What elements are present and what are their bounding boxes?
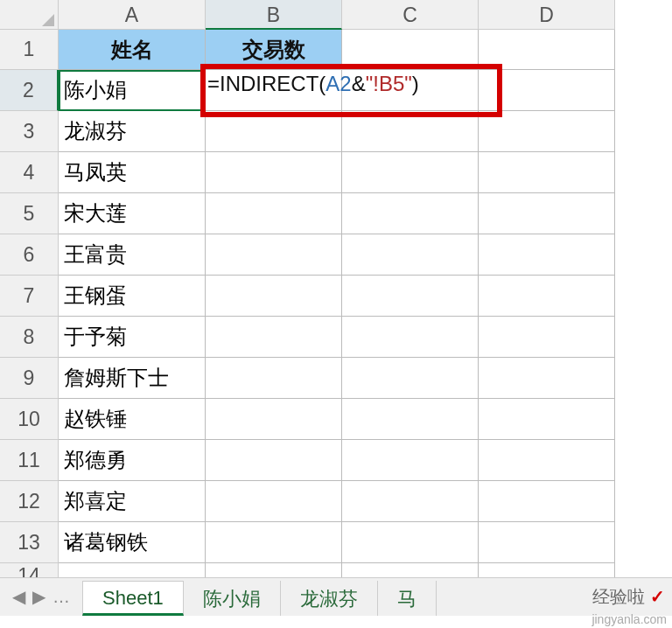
header-cell-count[interactable]: 交易数 [206,30,342,70]
col-header-C[interactable]: C [342,0,479,30]
cell-D10[interactable] [479,399,615,440]
row-header-8[interactable]: 8 [0,317,59,358]
cell-A8[interactable]: 于予菊 [59,317,206,358]
sheet-tab-bar: ◀ ▶ … Sheet1 陈小娟 龙淑芬 马 [0,577,672,616]
tab-nav-prev-icon[interactable]: ◀ [12,586,25,607]
row-header-11[interactable]: 11 [0,440,59,481]
tab-nav-more-icon[interactable]: … [52,587,70,607]
row-header-6[interactable]: 6 [0,234,59,276]
cell-A5[interactable]: 宋大莲 [59,193,206,234]
cell-D6[interactable] [479,234,615,276]
watermark-site: jingyanla.com [592,612,667,626]
header-cell-name[interactable]: 姓名 [59,30,206,70]
formula-close: ) [412,72,419,95]
row-header-2[interactable]: 2 [0,70,59,111]
cell-D4[interactable] [479,152,615,193]
cell-D9[interactable] [479,358,615,399]
row-header-3[interactable]: 3 [0,111,59,152]
cell-C1[interactable] [342,30,479,70]
cell-D11[interactable] [479,440,615,481]
row-header-9[interactable]: 9 [0,358,59,399]
cell-B13[interactable] [206,522,342,563]
cell-D8[interactable] [479,317,615,358]
cell-D1[interactable] [479,30,615,70]
formula-eq: = [207,72,220,95]
cell-A4[interactable]: 马凤英 [59,152,206,193]
cell-B9[interactable] [206,358,342,399]
cell-C7[interactable] [342,276,479,317]
row-header-5[interactable]: 5 [0,193,59,234]
row-header-10[interactable]: 10 [0,399,59,440]
cell-C12[interactable] [342,481,479,522]
row-headers: 1 2 3 4 5 6 7 8 9 10 11 12 13 14 [0,30,59,590]
col-header-B[interactable]: B [206,0,342,30]
cell-D5[interactable] [479,193,615,234]
cell-B10[interactable] [206,399,342,440]
cell-A6[interactable]: 王富贵 [59,234,206,276]
cell-C3[interactable] [342,111,479,152]
tabs-container: Sheet1 陈小娟 龙淑芬 马 [82,577,437,616]
col-header-A[interactable]: A [59,0,206,30]
cell-C11[interactable] [342,440,479,481]
tab-name-2[interactable]: 龙淑芬 [281,581,378,616]
tab-nav-next-icon[interactable]: ▶ [32,586,46,607]
tab-sheet1[interactable]: Sheet1 [82,581,184,616]
cell-B6[interactable] [206,234,342,276]
select-all-corner[interactable] [0,0,59,30]
col-header-D[interactable]: D [479,0,615,30]
cell-B8[interactable] [206,317,342,358]
watermark: 经验啦 ✓ [592,585,665,609]
svg-marker-0 [42,14,54,26]
row-header-4[interactable]: 4 [0,152,59,193]
cell-A7[interactable]: 王钢蛋 [59,276,206,317]
cell-B7[interactable] [206,276,342,317]
cell-A11[interactable]: 郑德勇 [59,440,206,481]
cell-C8[interactable] [342,317,479,358]
cell-A3[interactable]: 龙淑芬 [59,111,206,152]
cell-D13[interactable] [479,522,615,563]
cell-C10[interactable] [342,399,479,440]
cell-D12[interactable] [479,481,615,522]
cell-A9[interactable]: 詹姆斯下士 [59,358,206,399]
cell-C5[interactable] [342,193,479,234]
cell-C4[interactable] [342,152,479,193]
cell-C6[interactable] [342,234,479,276]
cell-C9[interactable] [342,358,479,399]
row-header-12[interactable]: 12 [0,481,59,522]
grid-cells: 姓名 交易数 陈小娟 龙淑芬 马凤英 宋大莲 [59,30,615,590]
cell-B11[interactable] [206,440,342,481]
cell-A2[interactable]: 陈小娟 [59,70,206,111]
row-header-1[interactable]: 1 [0,30,59,70]
cell-B12[interactable] [206,481,342,522]
formula-str: "!B5" [366,72,412,95]
column-headers: A B C D [59,0,615,30]
cell-B4[interactable] [206,152,342,193]
cell-B3[interactable] [206,111,342,152]
cell-A12[interactable]: 郑喜定 [59,481,206,522]
check-icon: ✓ [650,587,665,606]
row-header-7[interactable]: 7 [0,276,59,317]
row-header-13[interactable]: 13 [0,522,59,563]
cell-D3[interactable] [479,111,615,152]
cell-D7[interactable] [479,276,615,317]
cell-A13[interactable]: 诸葛钢铁 [59,522,206,563]
cell-C13[interactable] [342,522,479,563]
cell-D2[interactable] [479,70,615,111]
formula-display[interactable]: =INDIRECT(A2&"!B5") [207,72,419,96]
formula-ref: A2 [326,72,351,95]
tab-name-1[interactable]: 陈小娟 [184,581,281,616]
cell-A10[interactable]: 赵铁锤 [59,399,206,440]
cell-B5[interactable] [206,193,342,234]
tab-name-3[interactable]: 马 [378,581,437,616]
formula-amp: & [352,72,366,95]
tab-nav-controls: ◀ ▶ … [0,577,82,616]
formula-fn: INDIRECT [220,72,318,95]
watermark-text: 经验啦 [592,587,645,606]
